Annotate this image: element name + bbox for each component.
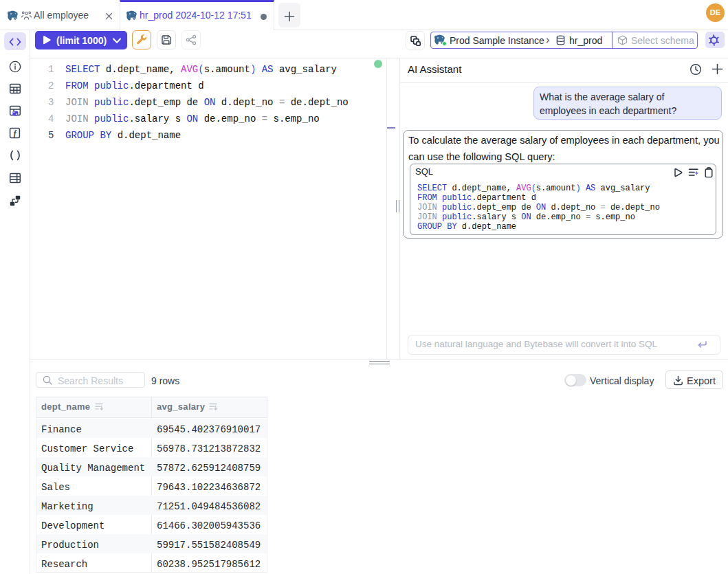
svg-text:f: f [14, 129, 17, 138]
